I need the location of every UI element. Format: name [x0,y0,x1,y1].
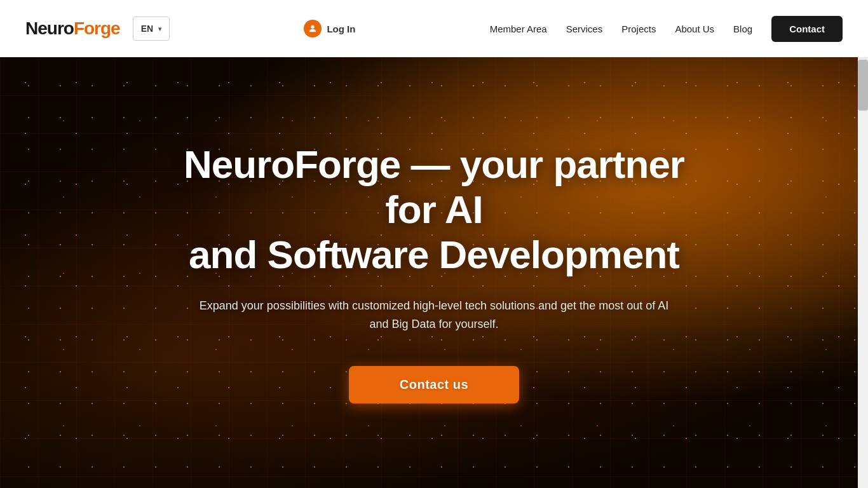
hero-content: NeuroForge — your partner for AI and Sof… [148,142,720,403]
hero-cta-button[interactable]: Contact us [349,366,519,403]
login-button[interactable]: Log In [296,16,363,41]
scrollbar[interactable] [858,57,868,488]
chevron-down-icon: ▾ [158,25,161,32]
nav-projects[interactable]: Projects [621,24,656,34]
hero-section: NeuroForge — your partner for AI and Sof… [0,57,868,488]
lang-label: EN [141,24,153,34]
hero-title: NeuroForge — your partner for AI and Sof… [173,142,695,278]
hero-title-line1: NeuroForge — your partner for AI [184,142,684,231]
logo-neuro: Neuro [25,20,74,37]
logo[interactable]: Neuro Forge [25,20,120,37]
nav-about-us[interactable]: About Us [675,24,714,34]
hero-title-line2: and Software Development [189,233,679,276]
nav-member-area[interactable]: Member Area [490,24,547,34]
logo-forge: Forge [74,20,120,37]
contact-button[interactable]: Contact [771,16,843,42]
navbar-right: Member Area Services Projects About Us B… [490,16,843,42]
nav-blog[interactable]: Blog [733,24,752,34]
nav-services[interactable]: Services [566,24,603,34]
navbar-center: Log In [296,16,363,41]
user-icon [304,20,322,37]
scrollbar-thumb [858,60,868,111]
login-label: Log In [327,24,355,34]
navbar: Neuro Forge EN ▾ Log In Member Area Serv… [0,0,868,57]
language-selector[interactable]: EN ▾ [133,17,170,41]
hero-subtitle: Expand your possibilities with customize… [193,297,675,334]
navbar-left: Neuro Forge EN ▾ [25,17,170,41]
svg-point-0 [311,25,315,29]
